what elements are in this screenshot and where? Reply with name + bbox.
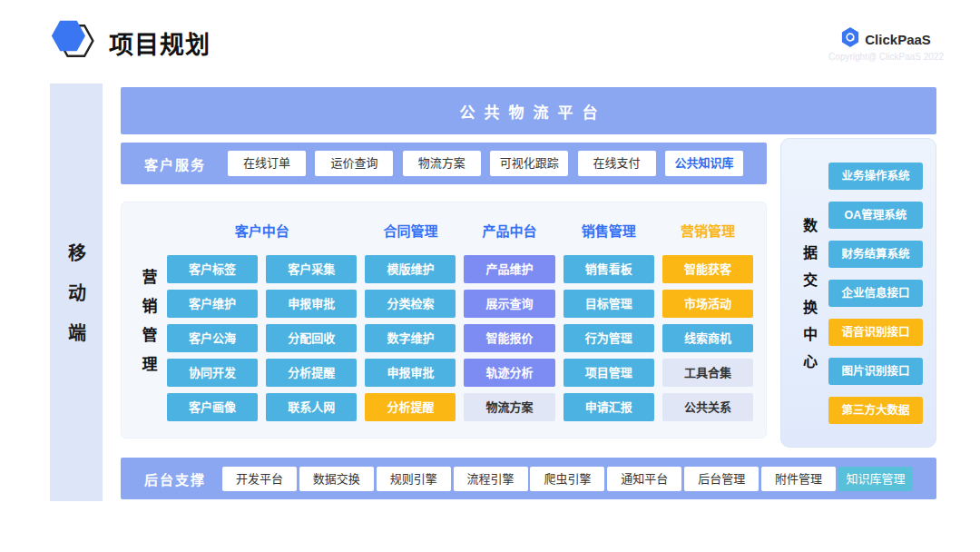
app-header: 项目规划 <box>50 16 211 69</box>
grid-cell[interactable]: 客户标签 <box>167 255 258 283</box>
grid-cell[interactable]: 分析提醒 <box>266 359 357 387</box>
grid-cell[interactable]: 物流方案 <box>464 393 554 421</box>
customer-service-label: 客户服务 <box>144 154 206 173</box>
data-center-button[interactable]: 语音识别接口 <box>828 319 923 346</box>
grid-column-header: 客户中台 <box>167 219 357 244</box>
grid-cell[interactable]: 申请汇报 <box>564 393 654 421</box>
backend-button[interactable]: 规则引擎 <box>377 467 451 491</box>
grid-cell[interactable]: 销售看板 <box>564 255 654 283</box>
marketing-side: 营销管理 <box>129 269 167 371</box>
clickpaas-logo-icon <box>841 27 859 51</box>
data-center-side: 数据交换中心 <box>789 152 828 434</box>
backend-button[interactable]: 数据交换 <box>299 467 374 491</box>
grid-column-header: 产品中台 <box>464 219 554 244</box>
grid-cell[interactable]: 目标管理 <box>564 290 654 318</box>
backend-items: 开发平台数据交换规则引擎流程引擎爬虫引擎通知平台后台管理附件管理知识库管理 <box>222 467 913 491</box>
grid-cell[interactable]: 行为管理 <box>564 324 654 352</box>
grid-cell[interactable]: 模版维护 <box>365 255 456 283</box>
grid-cell[interactable]: 工具合集 <box>662 359 753 387</box>
customer-service-button[interactable]: 公共知识库 <box>665 151 743 176</box>
grid-cell[interactable]: 数字维护 <box>365 324 456 352</box>
grid-cell[interactable]: 轨迹分析 <box>464 359 554 387</box>
backend-button[interactable]: 附件管理 <box>761 467 836 491</box>
top-banner: 公共物流平台 <box>121 87 936 134</box>
grid-cell[interactable]: 智能报价 <box>464 324 554 352</box>
top-banner-label: 公共物流平台 <box>451 100 607 123</box>
data-center-button[interactable]: 企业信息接口 <box>828 280 923 307</box>
grid-cell[interactable]: 客户采集 <box>266 255 357 283</box>
grid-cell[interactable]: 分类检索 <box>365 290 456 318</box>
brand-name: ClickPaaS <box>865 32 931 47</box>
customer-service-button[interactable]: 在线订单 <box>228 151 306 176</box>
grid-column-header: 销售管理 <box>564 219 654 244</box>
data-center-label: 数据交换中心 <box>798 218 819 381</box>
marketing-side-label: 营销管理 <box>137 269 160 385</box>
backend-button[interactable]: 后台管理 <box>684 467 759 491</box>
data-center-panel: 数据交换中心 业务操作系统OA管理系统财务结算系统企业信息接口语音识别接口图片识… <box>780 138 936 448</box>
data-center-button[interactable]: 财务结算系统 <box>828 241 923 268</box>
grid-cell[interactable]: 市场活动 <box>662 290 753 318</box>
grid-cell[interactable]: 申报审批 <box>365 359 456 387</box>
grid-cell[interactable]: 客户公海 <box>167 324 258 352</box>
grid-cell[interactable]: 产品维护 <box>464 255 554 283</box>
grid-cell[interactable]: 线索商机 <box>662 324 753 352</box>
grid-cell[interactable]: 分配回收 <box>266 324 357 352</box>
grid-cell[interactable]: 协同开发 <box>167 359 258 387</box>
grid-cell[interactable]: 申报审批 <box>266 290 357 318</box>
customer-service-button[interactable]: 可视化跟踪 <box>490 151 568 176</box>
data-center-button[interactable]: 第三方大数据 <box>828 397 923 424</box>
backend-button[interactable]: 知识库管理 <box>838 467 913 491</box>
backend-bar: 后台支撑 开发平台数据交换规则引擎流程引擎爬虫引擎通知平台后台管理附件管理知识库… <box>121 458 936 499</box>
backend-label: 后台支撑 <box>144 469 206 488</box>
grid-column-header: 合同管理 <box>365 219 456 244</box>
marketing-grid-card: 营销管理 客户中台合同管理产品中台销售管理营销管理客户标签客户采集模版维护产品维… <box>121 202 767 439</box>
backend-button[interactable]: 开发平台 <box>222 467 297 491</box>
backend-button[interactable]: 通知平台 <box>607 467 681 491</box>
customer-service-items: 在线订单运价查询物流方案可视化跟踪在线支付公共知识库 <box>228 151 743 176</box>
grid-cell[interactable]: 客户画像 <box>167 393 258 421</box>
page: 项目规划 ClickPaaS Copyright@ ClickPaaS 2022… <box>0 0 980 552</box>
brand-block: ClickPaaS Copyright@ ClickPaaS 2022 <box>828 27 944 62</box>
data-center-button[interactable]: 图片识别接口 <box>828 358 923 385</box>
grid-cell[interactable]: 项目管理 <box>564 359 654 387</box>
customer-service-button[interactable]: 运价查询 <box>315 151 393 176</box>
customer-service-button[interactable]: 在线支付 <box>578 151 656 176</box>
grid-cell[interactable]: 智能获客 <box>662 255 753 283</box>
grid-cell[interactable]: 客户维护 <box>167 290 258 318</box>
marketing-grid: 客户中台合同管理产品中台销售管理营销管理客户标签客户采集模版维护产品维护销售看板… <box>167 219 753 421</box>
customer-service-bar: 客户服务 在线订单运价查询物流方案可视化跟踪在线支付公共知识库 <box>121 143 767 184</box>
grid-column-header: 营销管理 <box>662 219 753 244</box>
grid-cell[interactable]: 分析提醒 <box>365 393 456 421</box>
hexagon-logo-icon <box>50 16 97 69</box>
page-title: 项目规划 <box>109 25 211 61</box>
grid-cell[interactable]: 公共关系 <box>662 393 753 421</box>
sidebar-mobile-label: 移动端 <box>64 243 90 363</box>
data-center-button[interactable]: 业务操作系统 <box>828 163 923 190</box>
grid-cell[interactable]: 联系人网 <box>266 393 357 421</box>
copyright-text: Copyright@ ClickPaaS 2022 <box>828 52 944 62</box>
backend-button[interactable]: 爬虫引擎 <box>530 467 604 491</box>
customer-service-button[interactable]: 物流方案 <box>403 151 481 176</box>
backend-button[interactable]: 流程引擎 <box>454 467 528 491</box>
sidebar-mobile: 移动端 <box>50 84 103 501</box>
data-center-button[interactable]: OA管理系统 <box>828 202 923 229</box>
data-center-items: 业务操作系统OA管理系统财务结算系统企业信息接口语音识别接口图片识别接口第三方大… <box>828 152 923 434</box>
grid-cell[interactable]: 展示查询 <box>464 290 554 318</box>
